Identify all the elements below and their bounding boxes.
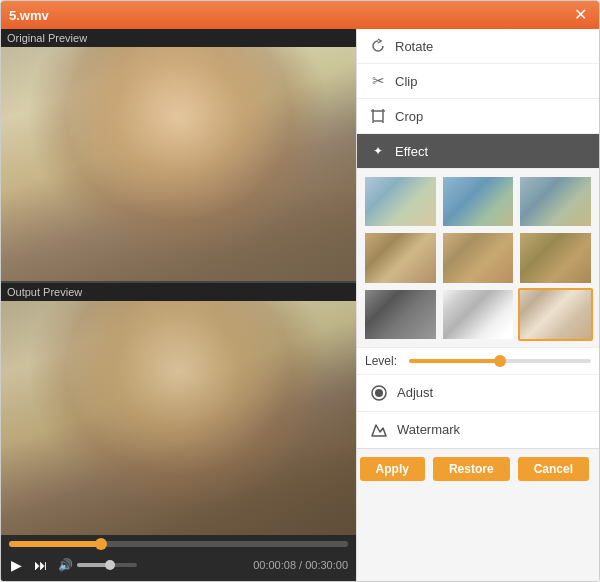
tool-adjust[interactable]: Adjust bbox=[357, 374, 599, 411]
tool-crop[interactable]: Crop bbox=[357, 99, 599, 134]
effect-thumb-8[interactable] bbox=[441, 288, 516, 341]
svg-rect-0 bbox=[373, 111, 383, 121]
watermark-icon bbox=[369, 420, 389, 440]
rotate-label: Rotate bbox=[395, 39, 433, 54]
window-title: 5.wmv bbox=[9, 8, 49, 23]
output-label: Output Preview bbox=[1, 282, 356, 301]
skip-button[interactable]: ⏭ bbox=[32, 555, 50, 575]
clip-label: Clip bbox=[395, 74, 417, 89]
level-fill bbox=[409, 359, 500, 363]
effect-thumb-2[interactable] bbox=[441, 175, 516, 228]
progress-bar[interactable] bbox=[9, 541, 348, 547]
effect-preview-2 bbox=[443, 177, 514, 226]
adjust-label: Adjust bbox=[397, 385, 433, 400]
effect-thumb-7[interactable] bbox=[363, 288, 438, 341]
main-window: 5.wmv ✕ Original Preview Output Preview bbox=[0, 0, 600, 582]
tool-clip[interactable]: ✂ Clip bbox=[357, 64, 599, 99]
tool-effect[interactable]: ✦ Effect bbox=[357, 134, 599, 169]
cancel-button[interactable]: Cancel bbox=[518, 457, 589, 481]
tool-watermark[interactable]: Watermark bbox=[357, 411, 599, 448]
effect-label: Effect bbox=[395, 144, 428, 159]
restore-button[interactable]: Restore bbox=[433, 457, 510, 481]
effect-preview-4 bbox=[365, 233, 436, 282]
title-bar: 5.wmv ✕ bbox=[1, 1, 599, 29]
play-button[interactable]: ▶ bbox=[9, 555, 24, 575]
watermark-label: Watermark bbox=[397, 422, 460, 437]
original-label: Original Preview bbox=[1, 29, 356, 47]
effect-thumb-6[interactable] bbox=[518, 231, 593, 284]
level-section: Level: bbox=[357, 347, 599, 374]
crop-label: Crop bbox=[395, 109, 423, 124]
effect-thumb-1[interactable] bbox=[363, 175, 438, 228]
effect-preview-5 bbox=[443, 233, 514, 282]
effect-preview-3 bbox=[520, 177, 591, 226]
effect-thumb-5[interactable] bbox=[441, 231, 516, 284]
effect-grid: Colored Pencil bbox=[357, 169, 599, 347]
right-panel: Rotate ✂ Clip bbox=[356, 29, 599, 581]
apply-button[interactable]: Apply bbox=[360, 457, 425, 481]
tool-rotate[interactable]: Rotate bbox=[357, 29, 599, 64]
svg-point-8 bbox=[375, 389, 383, 397]
effect-thumb-4[interactable] bbox=[363, 231, 438, 284]
volume-bar[interactable] bbox=[77, 563, 137, 567]
original-preview bbox=[1, 47, 356, 282]
output-preview bbox=[1, 301, 356, 535]
effect-preview-6 bbox=[520, 233, 591, 282]
effect-preview-9 bbox=[520, 290, 591, 339]
action-bar: Apply Restore Cancel bbox=[357, 448, 599, 489]
effect-preview-8 bbox=[443, 290, 514, 339]
crop-icon bbox=[369, 107, 387, 125]
effect-icon: ✦ bbox=[369, 142, 387, 160]
adjust-icon bbox=[369, 383, 389, 403]
main-content: Original Preview Output Preview ▶ ⏭ bbox=[1, 29, 599, 581]
close-button[interactable]: ✕ bbox=[570, 5, 591, 25]
left-panel: Original Preview Output Preview ▶ ⏭ bbox=[1, 29, 356, 581]
level-label: Level: bbox=[365, 354, 401, 368]
volume-handle[interactable] bbox=[105, 560, 115, 570]
progress-handle[interactable] bbox=[95, 538, 107, 550]
original-face-overlay bbox=[1, 47, 356, 281]
clip-icon: ✂ bbox=[369, 72, 387, 90]
output-face-overlay bbox=[1, 301, 356, 535]
rotate-icon bbox=[369, 37, 387, 55]
effect-preview-7 bbox=[365, 290, 436, 339]
progress-fill bbox=[9, 541, 101, 547]
volume-section: 🔊 bbox=[58, 558, 137, 572]
time-display: 00:00:08 / 00:30:00 bbox=[253, 559, 348, 571]
controls-area: ▶ ⏭ 🔊 00:00:08 / 00:30:00 bbox=[1, 535, 356, 581]
effect-thumb-9[interactable]: Colored Pencil bbox=[518, 288, 593, 341]
level-slider[interactable] bbox=[409, 359, 591, 363]
controls-row: ▶ ⏭ 🔊 00:00:08 / 00:30:00 bbox=[9, 555, 348, 575]
volume-icon: 🔊 bbox=[58, 558, 73, 572]
effect-preview-1 bbox=[365, 177, 436, 226]
effect-thumb-3[interactable] bbox=[518, 175, 593, 228]
level-handle[interactable] bbox=[494, 355, 506, 367]
